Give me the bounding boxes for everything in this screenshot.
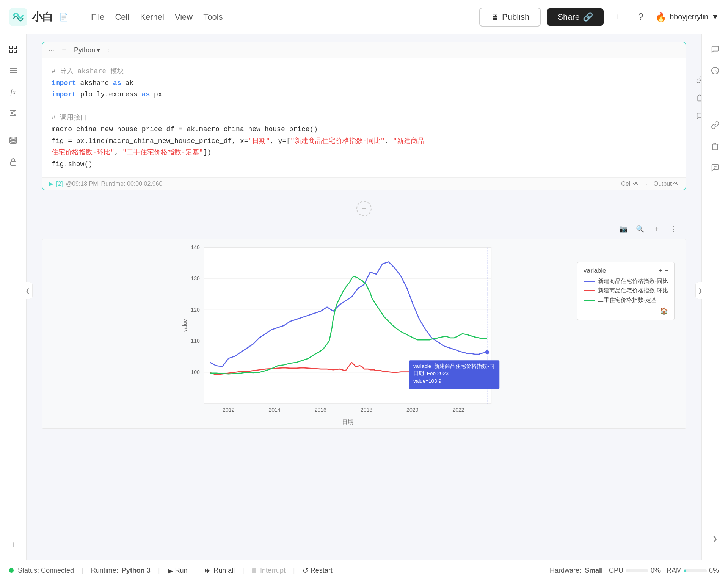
- share-button[interactable]: Share 🔗: [547, 8, 604, 26]
- code-line-8: fig.show(): [52, 159, 676, 170]
- menu-cell[interactable]: Cell: [115, 12, 129, 22]
- add-notebook-button[interactable]: +: [610, 9, 626, 25]
- menu-kernel[interactable]: Kernel: [140, 12, 164, 22]
- comment-button[interactable]: [692, 108, 701, 124]
- status-indicator: Status: Connected: [9, 567, 74, 575]
- ram-progress-fill: [684, 569, 686, 572]
- svg-text:日期=Feb 2023: 日期=Feb 2023: [413, 371, 449, 377]
- right-link-icon[interactable]: [706, 116, 724, 134]
- run-all-button[interactable]: ⏭ Run all: [204, 567, 235, 575]
- publish-button[interactable]: 🖥 Publish: [479, 8, 541, 27]
- svg-text:2014: 2014: [268, 407, 280, 413]
- svg-text:日期: 日期: [342, 419, 353, 426]
- menu-view[interactable]: View: [175, 12, 193, 22]
- restart-button[interactable]: ↺ Restart: [303, 567, 333, 575]
- sidebar-database-icon[interactable]: [4, 132, 22, 150]
- status-divider-2: |: [158, 567, 160, 575]
- status-divider-1: |: [82, 567, 83, 575]
- right-comment-icon[interactable]: [706, 159, 724, 177]
- code-line-3: import plotly.express as px: [52, 89, 676, 100]
- cpu-indicator: CPU 0%: [609, 567, 661, 575]
- doc-icon: 📄: [59, 13, 69, 22]
- svg-text:120: 120: [191, 307, 200, 313]
- chart-toolbar: 📷 🔍 + ⋮: [42, 219, 686, 239]
- plus-tool-button[interactable]: +: [650, 222, 664, 236]
- run-button[interactable]: ▶ Run: [168, 567, 188, 575]
- hardware-label: Hardware: Small: [550, 567, 603, 575]
- cell-options-dots[interactable]: ···: [49, 46, 54, 54]
- menu-tools[interactable]: Tools: [203, 12, 223, 22]
- sidebar-fx-icon[interactable]: fx: [4, 83, 22, 101]
- code-line-4: # 调用接口: [52, 112, 676, 124]
- svg-text:value=103.9: value=103.9: [413, 378, 441, 384]
- user-flame-icon: 🔥: [655, 12, 667, 22]
- status-dot: [9, 568, 14, 573]
- run-icon: ▶: [168, 567, 173, 575]
- add-cell-below[interactable]: +: [42, 201, 686, 216]
- sidebar-files-icon[interactable]: [4, 40, 22, 58]
- monitor-icon: 🖥: [491, 12, 499, 22]
- cell-footer: ▶ [2] @09:18 PM Runtime: 00:00:02.960 Ce…: [42, 177, 686, 190]
- sidebar-sliders-icon[interactable]: [4, 104, 22, 122]
- svg-text:2022: 2022: [452, 407, 464, 413]
- link-chain-icon: 🔗: [583, 12, 593, 22]
- legend-item-1[interactable]: 新建商品住宅价格指数-同比: [584, 278, 668, 285]
- svg-text:140: 140: [191, 244, 200, 250]
- notebook-area: ··· + Python ▾ :: # 导入 akshare 模块 import…: [27, 34, 701, 560]
- cell-language-selector[interactable]: Python ▾: [74, 46, 100, 54]
- run-all-icon: ⏭: [204, 567, 211, 575]
- legend-item-2[interactable]: 新建商品住宅价格指数-环比: [584, 287, 668, 294]
- sidebar-lock-icon[interactable]: [4, 153, 22, 171]
- right-history-icon[interactable]: [706, 61, 724, 80]
- menu-file[interactable]: File: [91, 12, 104, 22]
- help-button[interactable]: ?: [632, 9, 649, 25]
- svg-rect-0: [9, 8, 27, 26]
- sidebar-list-icon[interactable]: [4, 61, 22, 80]
- svg-point-13: [14, 115, 16, 116]
- add-cell-plus[interactable]: +: [356, 201, 372, 216]
- svg-text:2018: 2018: [361, 407, 372, 413]
- svg-point-11: [11, 112, 13, 114]
- legend-item-3[interactable]: 二手住宅价格指数-定基: [584, 297, 668, 304]
- legend-home-icon[interactable]: 🏠: [660, 307, 668, 315]
- app-logo-text: 小白: [32, 10, 53, 24]
- copy-link-button[interactable]: [692, 72, 701, 87]
- legend-add-btn[interactable]: +: [659, 267, 662, 274]
- code-editor[interactable]: # 导入 akshare 模块 import akshare as ak imp…: [42, 58, 686, 177]
- right-collapse-button[interactable]: ❯: [695, 282, 705, 299]
- right-collapse-icon[interactable]: ❯: [706, 529, 724, 548]
- cell-run-button[interactable]: ▶: [49, 180, 53, 187]
- more-tool-button[interactable]: ⋮: [667, 222, 680, 236]
- cell-number: [2]: [56, 181, 63, 187]
- cell-visibility-toggle[interactable]: Cell 👁: [621, 181, 639, 187]
- ram-progress-bar: [684, 569, 707, 572]
- code-line-6: fig = px.line(macro_china_new_house_pric…: [52, 135, 676, 147]
- interrupt-button[interactable]: Interrupt: [252, 567, 286, 575]
- svg-text:100: 100: [191, 369, 200, 375]
- svg-point-9: [13, 110, 15, 111]
- cell-drag-handle[interactable]: ::: [108, 47, 111, 53]
- status-divider-5: |: [293, 567, 295, 575]
- cpu-progress-bar: [626, 569, 648, 572]
- main-layout: fx + ···: [0, 34, 728, 560]
- runtime-label: Runtime: Python 3: [91, 567, 151, 575]
- left-collapse-button[interactable]: ❮: [23, 282, 33, 299]
- code-line-7: 住宅价格指数-环比", "二手住宅价格指数-定基"]): [52, 147, 676, 159]
- right-delete-icon[interactable]: [706, 137, 724, 155]
- zoom-tool-button[interactable]: 🔍: [633, 222, 647, 236]
- output-visibility-toggle[interactable]: Output 👁: [654, 181, 679, 187]
- sidebar-add-button[interactable]: +: [4, 535, 22, 554]
- status-divider-3: |: [195, 567, 197, 575]
- legend-minus-btn[interactable]: −: [665, 267, 668, 274]
- delete-cell-button[interactable]: [692, 90, 701, 105]
- svg-text:variable=新建商品住宅价格指数-同: variable=新建商品住宅价格指数-同: [413, 363, 494, 369]
- code-cell: ··· + Python ▾ :: # 导入 akshare 模块 import…: [42, 42, 686, 190]
- user-menu[interactable]: 🔥 bboyjerrylin ▼: [655, 12, 719, 22]
- cell-block: ··· + Python ▾ :: # 导入 akshare 模块 import…: [42, 42, 686, 190]
- plotly-chart[interactable]: 140 130 120 110 100 2012 2014 2016 2018 …: [42, 239, 686, 429]
- cell-add-button[interactable]: +: [59, 45, 69, 55]
- right-chat-icon[interactable]: [706, 40, 724, 58]
- svg-text:value: value: [182, 319, 188, 332]
- chart-legend: variable + − 新建商品住宅价格指数-同比 新建商品住宅价格指数-环比: [577, 262, 675, 320]
- camera-tool-button[interactable]: 📷: [617, 222, 630, 236]
